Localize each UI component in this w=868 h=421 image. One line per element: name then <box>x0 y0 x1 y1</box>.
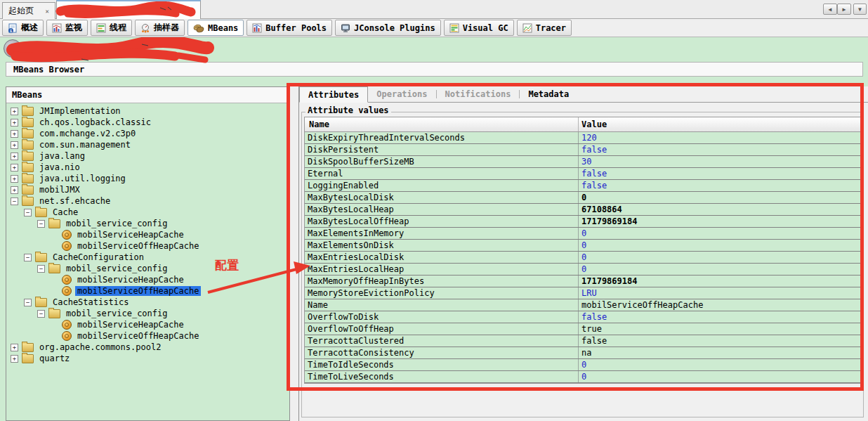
tab-operations[interactable]: Operations <box>368 86 435 102</box>
attribute-value-cell[interactable]: 0 <box>579 228 860 239</box>
table-row[interactable]: MaxBytesLocalOffHeap17179869184 <box>305 216 860 228</box>
expand-plus-icon[interactable]: + <box>11 108 18 115</box>
attribute-value-cell[interactable]: LRU <box>579 287 860 299</box>
tab-attributes[interactable]: Attributes <box>299 86 368 103</box>
tree-node[interactable]: −net.sf.ehcache <box>6 195 289 207</box>
collapse-minus-icon[interactable]: − <box>24 299 32 306</box>
collapse-minus-icon[interactable]: − <box>24 209 32 216</box>
expand-plus-icon[interactable]: + <box>11 141 18 149</box>
expand-plus-icon[interactable]: + <box>11 186 18 194</box>
tab-monitor[interactable]: 监视 <box>46 20 88 36</box>
attribute-value-cell[interactable]: false <box>579 168 860 179</box>
table-row[interactable]: DiskExpiryThreadIntervalSeconds120 <box>305 132 860 144</box>
tab-sampler[interactable]: 抽样器 <box>135 20 185 36</box>
tree-node[interactable]: −CacheStatistics <box>6 297 289 308</box>
tree-node[interactable]: mobilServiceOffHeapCache <box>6 330 289 342</box>
tree-node[interactable]: +java.nio <box>6 162 289 173</box>
tree-node[interactable]: +ch.qos.logback.classic <box>6 117 289 128</box>
tree-node[interactable]: +mobilJMX <box>6 184 289 195</box>
collapse-minus-icon[interactable]: − <box>37 220 45 228</box>
tab-mbeans[interactable]: MBeans <box>188 20 244 36</box>
tree-node[interactable]: mobilServiceHeapCache <box>6 229 289 240</box>
collapse-minus-icon[interactable]: − <box>11 197 18 205</box>
tab-jconsole-plugins[interactable]: JConsole Plugins <box>335 20 441 36</box>
column-header-value[interactable]: Value <box>579 117 860 131</box>
expand-plus-icon[interactable]: + <box>11 164 18 171</box>
expand-plus-icon[interactable]: + <box>11 344 18 351</box>
attribute-value-cell[interactable]: false <box>579 144 860 155</box>
panel-splitter[interactable] <box>290 86 298 421</box>
tab-metadata[interactable]: Metadata <box>520 86 577 102</box>
tab-jmx-application[interactable]: JMX ✕ <box>56 0 201 19</box>
collapse-minus-icon[interactable]: − <box>37 265 45 273</box>
table-row[interactable]: OverflowToDiskfalse <box>305 311 860 323</box>
table-row[interactable]: NamemobilServiceOffHeapCache <box>305 299 860 311</box>
table-row[interactable]: MaxMemoryOffHeapInBytes17179869184 <box>305 276 860 287</box>
table-row[interactable]: TerracottaConsistencyna <box>305 347 860 359</box>
tab-start-page[interactable]: 起始页 ✕ <box>2 2 55 19</box>
table-row[interactable]: DiskSpoolBufferSizeMB30 <box>305 156 860 168</box>
attribute-value-cell[interactable]: 0 <box>579 264 860 275</box>
tree-node[interactable]: mobilServiceHeapCache <box>6 319 289 330</box>
tree-node[interactable]: +java.util.logging <box>6 173 289 184</box>
expand-plus-icon[interactable]: + <box>11 119 18 127</box>
tree-node[interactable]: −mobil_service_config <box>6 263 289 274</box>
column-header-name[interactable]: Name <box>305 117 579 131</box>
nav-forward-button[interactable]: ▶ <box>837 4 851 15</box>
tab-overview[interactable]: i 概述 <box>2 20 44 36</box>
table-row[interactable]: MaxBytesLocalDisk0 <box>305 192 860 204</box>
tree-node[interactable]: mobilServiceOffHeapCache <box>6 285 289 297</box>
tab-tracer[interactable]: Tracer <box>517 20 572 36</box>
attribute-value-cell[interactable]: 0 <box>579 359 860 370</box>
table-row[interactable]: TimeToLiveSeconds0 <box>305 371 860 383</box>
tree-node[interactable]: +com.sun.management <box>6 139 289 150</box>
tree-node[interactable]: −mobil_service_config <box>6 308 289 319</box>
attribute-value-cell[interactable]: 120 <box>579 132 860 143</box>
nav-back-button[interactable]: ◀ <box>823 4 837 15</box>
tree-node[interactable]: +org.apache.commons.pool2 <box>6 342 289 353</box>
tab-list-dropdown-button[interactable]: ▼ <box>853 4 867 15</box>
tree-node-label: mobilServiceOffHeapCache <box>75 286 201 296</box>
table-row[interactable]: Eternalfalse <box>305 168 860 180</box>
tree-node[interactable]: −mobil_service_config <box>6 218 289 229</box>
table-row[interactable]: OverflowToOffHeaptrue <box>305 323 860 335</box>
attribute-value-cell[interactable]: false <box>579 311 860 323</box>
tree-node[interactable]: +quartz <box>6 353 289 364</box>
close-icon[interactable]: ✕ <box>46 8 49 15</box>
tree-node[interactable]: mobilServiceOffHeapCache <box>6 240 289 252</box>
table-row[interactable]: MaxBytesLocalHeap67108864 <box>305 204 860 216</box>
table-row[interactable]: MaxElementsOnDisk0 <box>305 240 860 252</box>
table-row[interactable]: DiskPersistentfalse <box>305 144 860 156</box>
tab-notifications[interactable]: Notifications <box>437 86 520 102</box>
attribute-table-body: DiskExpiryThreadIntervalSeconds120DiskPe… <box>305 132 860 383</box>
attribute-value-cell[interactable]: 30 <box>579 156 860 167</box>
tree-node[interactable]: +com.mchange.v2.c3p0 <box>6 128 289 139</box>
table-row[interactable]: TerracottaClusteredfalse <box>305 335 860 347</box>
tree-node[interactable]: mobilServiceHeapCache <box>6 274 289 285</box>
attribute-value-cell[interactable]: 0 <box>579 371 860 382</box>
expand-plus-icon[interactable]: + <box>11 355 18 363</box>
table-row[interactable]: MaxEntriesLocalHeap0 <box>305 264 860 276</box>
table-row[interactable]: MaxEntriesLocalDisk0 <box>305 252 860 264</box>
collapse-minus-icon[interactable]: − <box>24 254 32 261</box>
tree-node[interactable]: −CacheConfiguration <box>6 252 289 263</box>
attribute-value-cell[interactable]: 0 <box>579 240 860 251</box>
folder-icon <box>22 141 34 150</box>
expand-plus-icon[interactable]: + <box>11 153 18 160</box>
table-row[interactable]: LoggingEnabledfalse <box>305 180 860 192</box>
attribute-value-cell[interactable]: 0 <box>579 252 860 263</box>
expand-plus-icon[interactable]: + <box>11 175 18 183</box>
tab-visual-gc[interactable]: Visual GC <box>444 20 514 36</box>
tree-node[interactable]: +java.lang <box>6 150 289 162</box>
table-row[interactable]: TimeToIdleSeconds0 <box>305 359 860 371</box>
attribute-value-cell[interactable]: false <box>579 180 860 191</box>
table-row[interactable]: MemoryStoreEvictionPolicyLRU <box>305 287 860 299</box>
table-row[interactable]: MaxElementsInMemory0 <box>305 228 860 240</box>
tree-node[interactable]: +JMImplementation <box>6 105 289 117</box>
close-icon[interactable]: ✕ <box>191 7 195 14</box>
expand-plus-icon[interactable]: + <box>11 130 18 138</box>
tab-threads[interactable]: 线程 <box>91 20 132 36</box>
tab-buffer-pools[interactable]: Buffer Pools <box>246 20 332 36</box>
collapse-minus-icon[interactable]: − <box>37 310 45 318</box>
tree-node[interactable]: −Cache <box>6 207 289 218</box>
